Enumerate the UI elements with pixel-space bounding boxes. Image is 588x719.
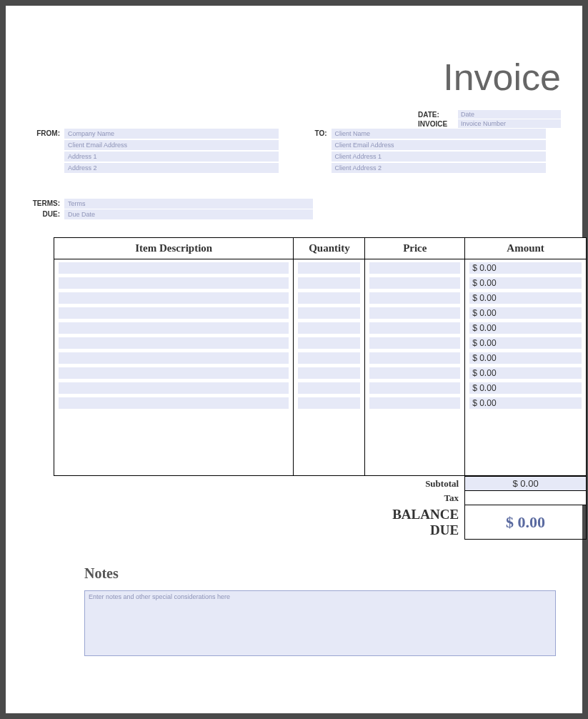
item-description-field[interactable] <box>59 292 289 304</box>
to-address1-field[interactable]: Client Address 1 <box>332 152 546 162</box>
item-price-field[interactable] <box>369 277 460 289</box>
to-label: TO: <box>294 129 332 174</box>
to-email-field[interactable]: Client Email Address <box>332 140 546 150</box>
item-quantity-field[interactable] <box>298 262 360 274</box>
to-block: TO: Client Name Client Email Address Cli… <box>294 129 562 174</box>
item-quantity-field[interactable] <box>298 322 360 334</box>
item-price-field[interactable] <box>369 397 460 409</box>
item-amount-value: $ 0.00 <box>469 367 582 379</box>
quantity-cells <box>294 259 364 475</box>
item-price-field[interactable] <box>369 352 460 364</box>
invoice-page: Invoice DATE: Date INVOICE Invoice Numbe… <box>6 6 582 713</box>
from-block: FROM: Company Name Client Email Address … <box>27 129 294 174</box>
subtotal-value: $ 0.00 <box>465 477 587 491</box>
item-amount-value: $ 0.00 <box>469 307 582 319</box>
item-quantity-field[interactable] <box>298 367 360 379</box>
item-amount-value: $ 0.00 <box>469 337 582 349</box>
line-items-table: Item Description Quantity Price Amount <box>54 237 587 476</box>
item-amount-value: $ 0.00 <box>469 322 582 334</box>
date-invoice-block: DATE: Date INVOICE Invoice Number <box>418 110 561 129</box>
from-email-field[interactable]: Client Email Address <box>64 140 279 150</box>
date-field[interactable]: Date <box>458 110 561 119</box>
item-description-field[interactable] <box>59 352 289 364</box>
item-description-field[interactable] <box>59 397 289 409</box>
item-quantity-field[interactable] <box>298 397 360 409</box>
from-label: FROM: <box>27 129 64 174</box>
item-description-field[interactable] <box>59 367 289 379</box>
description-cells <box>54 259 293 475</box>
notes-heading: Notes <box>84 565 568 582</box>
col-price: Price <box>365 238 465 259</box>
invoice-number-field[interactable]: Invoice Number <box>458 119 561 128</box>
balance-due-label: BALANCE DUE <box>365 505 465 540</box>
item-quantity-field[interactable] <box>298 277 360 289</box>
subtotal-label: Subtotal <box>365 477 465 491</box>
amount-cells: $ 0.00 $ 0.00 $ 0.00 $ 0.00 $ 0.00 $ 0.0… <box>465 259 586 475</box>
item-price-field[interactable] <box>369 322 460 334</box>
item-amount-value: $ 0.00 <box>469 382 582 394</box>
item-quantity-field[interactable] <box>298 337 360 349</box>
item-quantity-field[interactable] <box>298 307 360 319</box>
item-amount-value: $ 0.00 <box>469 262 582 274</box>
col-amount: Amount <box>465 238 587 259</box>
item-amount-value: $ 0.00 <box>469 352 582 364</box>
item-price-field[interactable] <box>369 262 460 274</box>
due-field[interactable]: Due Date <box>64 209 313 219</box>
item-price-field[interactable] <box>369 382 460 394</box>
from-address1-field[interactable]: Address 1 <box>64 152 279 162</box>
item-description-field[interactable] <box>59 382 289 394</box>
due-label: DUE: <box>27 209 64 219</box>
page-title: Invoice <box>20 56 561 99</box>
price-cells <box>365 259 464 475</box>
totals-block: Subtotal $ 0.00 Tax BALANCE DUE $ 0.00 <box>54 476 587 540</box>
col-description: Item Description <box>54 238 294 259</box>
to-address2-field[interactable]: Client Address 2 <box>332 163 546 173</box>
item-price-field[interactable] <box>369 307 460 319</box>
from-company-field[interactable]: Company Name <box>64 129 279 139</box>
notes-field[interactable]: Enter notes and other special considerat… <box>84 590 556 656</box>
item-price-field[interactable] <box>369 337 460 349</box>
date-label: DATE: <box>418 111 458 119</box>
to-name-field[interactable]: Client Name <box>332 129 546 139</box>
terms-field[interactable]: Terms <box>64 199 313 209</box>
terms-block: TERMS: Terms DUE: Due Date <box>20 199 320 220</box>
terms-label: TERMS: <box>27 199 64 209</box>
tax-value[interactable] <box>465 491 587 505</box>
item-quantity-field[interactable] <box>298 382 360 394</box>
balance-due-value: $ 0.00 <box>465 505 587 540</box>
item-description-field[interactable] <box>59 277 289 289</box>
invoice-number-label: INVOICE <box>418 120 458 128</box>
from-address2-field[interactable]: Address 2 <box>64 163 279 173</box>
item-quantity-field[interactable] <box>298 352 360 364</box>
item-description-field[interactable] <box>59 337 289 349</box>
item-quantity-field[interactable] <box>298 292 360 304</box>
item-amount-value: $ 0.00 <box>469 277 582 289</box>
item-description-field[interactable] <box>59 262 289 274</box>
col-quantity: Quantity <box>294 238 365 259</box>
item-price-field[interactable] <box>369 292 460 304</box>
item-amount-value: $ 0.00 <box>469 292 582 304</box>
item-price-field[interactable] <box>369 367 460 379</box>
item-description-field[interactable] <box>59 322 289 334</box>
tax-label: Tax <box>365 491 465 505</box>
item-amount-value: $ 0.00 <box>469 397 582 409</box>
item-description-field[interactable] <box>59 307 289 319</box>
